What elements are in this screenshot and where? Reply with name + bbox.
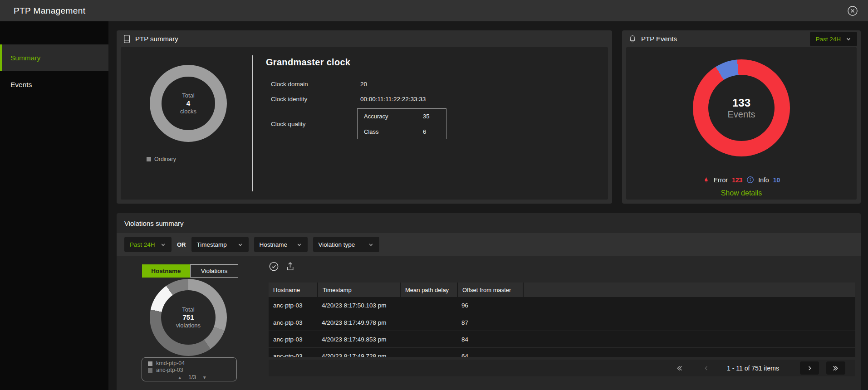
next-page-button[interactable] <box>800 361 819 375</box>
legend-page-up-icon[interactable]: ▲ <box>177 375 182 380</box>
cell-hostname: anc-ptp-03 <box>269 314 317 331</box>
violations-range-dropdown[interactable]: Past 24H <box>124 237 172 252</box>
table-pagination: 1 - 11 of 751 items <box>269 360 855 376</box>
panel-title-text: PTP Events <box>641 35 677 43</box>
column-header-mean-path-delay[interactable]: Mean path delay <box>400 283 457 297</box>
donut-center-label: violations <box>176 322 201 329</box>
events-total-label: Events <box>727 109 755 120</box>
violations-title: Violations summary <box>124 219 184 227</box>
ptp-summary-panel: PTP summary Total 4 clocks Ordinary Gran… <box>117 30 612 204</box>
last-page-button[interactable] <box>826 361 845 375</box>
cell-timestamp: 4/20/23 8:17:49.978 pm <box>317 314 400 331</box>
violation-type-filter-dropdown[interactable]: Violation type <box>313 237 379 252</box>
violations-filter-row: Past 24H OR Timestamp Hostname Violation… <box>124 237 379 252</box>
quality-value: 35 <box>423 113 429 120</box>
clocks-donut-center: Total 4 clocks <box>162 77 215 130</box>
cell-timestamp: 4/20/23 8:17:49.728 pm <box>317 348 400 357</box>
pagination-range-text: 1 - 11 of 751 items <box>727 365 779 372</box>
cell-timestamp: 4/20/23 8:17:50.103 pm <box>317 297 400 314</box>
hostname-violations-toggle: Hostname Violations <box>142 264 238 278</box>
app-header: PTP Management <box>0 0 868 21</box>
grandmaster-title: Grandmaster clock <box>266 57 520 68</box>
previous-page-icon[interactable] <box>701 363 711 373</box>
journal-icon <box>123 34 131 44</box>
chevron-down-icon <box>160 242 166 248</box>
table-row[interactable]: anc-ptp-03 4/20/23 8:17:49.728 pm 64 <box>269 347 855 357</box>
cell-spacer <box>523 314 855 331</box>
violations-table: Hostname Timestamp Mean path delay Offse… <box>269 283 855 357</box>
field-value: 20 <box>360 81 520 88</box>
sidebar-item-summary[interactable]: Summary <box>0 44 108 71</box>
show-details-link[interactable]: Show details <box>626 189 857 197</box>
legend-swatch <box>147 157 151 161</box>
quality-label: Accuracy <box>364 113 388 120</box>
cell-offset-from-master: 87 <box>457 314 523 331</box>
cell-offset-from-master: 96 <box>457 297 523 314</box>
clocks-legend: Ordinary <box>147 156 176 162</box>
table-row[interactable]: anc-ptp-03 4/20/23 8:17:49.853 pm 84 <box>269 331 855 347</box>
table-row[interactable]: anc-ptp-03 4/20/23 8:17:49.978 pm 87 <box>269 314 855 331</box>
legend-label: anc-ptp-03 <box>156 367 183 374</box>
legend-label: kmd-ptp-04 <box>156 360 185 367</box>
column-header-spacer <box>523 283 855 297</box>
page-title: PTP Management <box>14 6 85 16</box>
field-label: Clock domain <box>271 81 360 88</box>
flame-icon <box>703 176 710 184</box>
close-icon[interactable] <box>847 5 858 16</box>
quality-row-class: Class 6 <box>358 124 446 139</box>
table-row[interactable]: anc-ptp-03 4/20/23 8:17:50.103 pm 96 <box>269 297 855 314</box>
column-header-hostname[interactable]: Hostname <box>269 283 317 297</box>
cell-spacer <box>523 331 855 347</box>
filter-label: Violation type <box>319 241 355 248</box>
toggle-violations-button[interactable]: Violations <box>190 264 238 278</box>
cell-hostname: anc-ptp-03 <box>269 297 317 314</box>
sidebar-item-label: Summary <box>10 54 40 62</box>
column-header-offset-from-master[interactable]: Offset from master <box>457 283 523 297</box>
events-range-dropdown[interactable]: Past 24H <box>810 32 857 46</box>
info-icon <box>746 176 754 184</box>
grandmaster-section: Grandmaster clock Clock domain 20 Clock … <box>266 57 520 140</box>
cell-spacer <box>523 348 855 357</box>
legend-swatch <box>148 361 152 366</box>
legend-item: kmd-ptp-04 <box>148 360 236 367</box>
column-header-timestamp[interactable]: Timestamp <box>317 283 400 297</box>
violations-legend-box: kmd-ptp-04 anc-ptp-03 ▲ 1/3 ▼ <box>142 357 237 381</box>
legend-page-down-icon[interactable]: ▼ <box>202 375 207 380</box>
timestamp-filter-dropdown[interactable]: Timestamp <box>191 237 249 252</box>
ptp-events-card: 133 Events Error 123 Info 10 Show detail… <box>626 47 857 200</box>
donut-center-value: 4 <box>186 99 190 107</box>
gm-row-clock-identity: Clock identity 00:00:11:11:22:22:33:33 <box>266 92 520 107</box>
donut-center-value: 751 <box>182 313 194 322</box>
filter-label: Timestamp <box>197 241 227 248</box>
legend-value-error: 123 <box>732 176 742 184</box>
sidebar-item-label: Events <box>10 81 32 88</box>
toggle-hostname-button[interactable]: Hostname <box>142 264 190 278</box>
cell-timestamp: 4/20/23 8:17:49.853 pm <box>317 331 400 347</box>
field-label: Clock identity <box>271 96 360 102</box>
cell-offset-from-master: 84 <box>457 331 523 347</box>
gm-row-clock-quality: Clock quality Accuracy 35 Class 6 <box>266 107 520 140</box>
sidebar-item-events[interactable]: Events <box>0 71 108 98</box>
range-value: Past 24H <box>130 241 155 248</box>
violations-filter-band: Past 24H OR Timestamp Hostname Violation… <box>117 233 861 256</box>
field-value: 00:00:11:11:22:22:33:33 <box>360 96 520 102</box>
donut-center-label: Total <box>182 92 194 99</box>
hostname-filter-dropdown[interactable]: Hostname <box>254 237 308 252</box>
legend-label-error: Error <box>714 176 728 184</box>
quality-value: 6 <box>423 128 426 135</box>
legend-item: anc-ptp-03 <box>148 367 236 374</box>
chevron-down-icon <box>845 36 852 42</box>
or-label: OR <box>177 241 186 248</box>
range-value: Past 24H <box>815 36 841 43</box>
export-icon[interactable] <box>285 261 295 272</box>
check-circle-icon[interactable] <box>269 261 279 272</box>
quality-row-accuracy: Accuracy 35 <box>358 109 446 124</box>
cell-hostname: anc-ptp-03 <box>269 348 317 357</box>
events-total: 133 <box>732 97 750 109</box>
clock-quality-table: Accuracy 35 Class 6 <box>357 108 446 139</box>
quality-label: Class <box>364 128 379 135</box>
chevron-down-icon <box>237 242 243 248</box>
violations-panel: Violations summary Past 24H OR Timestamp… <box>117 213 861 390</box>
donut-center-label: Total <box>182 306 194 313</box>
first-page-icon[interactable] <box>674 363 684 373</box>
